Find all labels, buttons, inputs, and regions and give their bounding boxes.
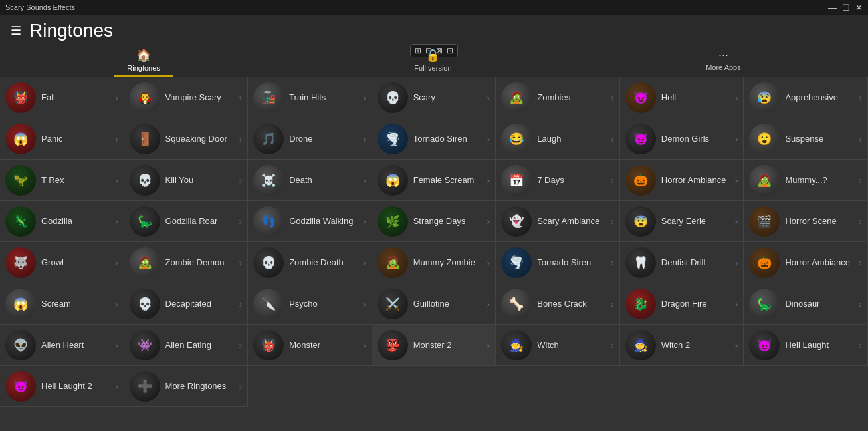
ringtone-label: Suspense [785,134,853,144]
list-item[interactable]: 💀Kill You› [124,160,249,201]
list-item[interactable]: 🧟Mummy...?› [744,160,868,201]
list-item[interactable]: 😱Female Scream› [372,160,496,201]
chevron-right-icon: › [735,216,738,227]
list-item[interactable]: 😱Panic› [0,118,124,160]
avatar: 🦖 [5,165,36,196]
avatar: 💀 [130,165,160,196]
avatar: 👹 [253,330,284,360]
list-item[interactable]: 🐺Growl› [0,242,124,283]
list-item[interactable]: 🎃Horror Ambiance› [744,242,868,283]
avatar: 😨 [625,206,656,237]
list-item[interactable]: 🚂Train Hits› [248,77,372,118]
list-item[interactable]: 👽Alien Heart› [0,325,124,366]
list-item[interactable]: 😈Hell› [620,77,744,118]
ringtone-label: Bones Crack [537,299,605,309]
chevron-right-icon: › [115,299,118,309]
ringtone-label: Horror Scene [785,216,853,227]
list-item[interactable]: 🎬Horror Scene› [744,201,868,242]
nav-more-apps[interactable]: ··· More Apps [693,45,754,77]
avatar: 🎃 [749,247,780,278]
chevron-right-icon: › [859,134,862,144]
list-item[interactable]: 💀Zombie Death› [248,242,372,283]
ringtone-label: Dragon Fire [661,299,730,309]
list-item[interactable]: 😰Apprehensive› [744,77,868,118]
nav-full-version[interactable]: 🔒 Full version [401,45,465,77]
chevron-right-icon: › [611,216,614,227]
ringtone-label: More Ringtones [165,381,234,392]
list-item[interactable]: 🐉Dragon Fire› [620,283,744,325]
list-item[interactable]: 🔪Psycho› [248,283,372,325]
ringtones-content: 👹Fall›🧛Vampire Scary›🚂Train Hits›💀Scary›… [0,77,868,431]
window-controls[interactable]: — ☐ ✕ [828,3,863,13]
list-item[interactable]: 👿Demon Girls› [620,118,744,160]
list-item[interactable]: 👺Monster 2› [372,325,496,366]
chevron-right-icon: › [115,257,118,268]
list-item[interactable]: 😨Scary Eerie› [620,201,744,242]
list-item[interactable]: 😮Suspense› [744,118,868,160]
chevron-right-icon: › [363,175,366,186]
list-item[interactable]: 🌿Strange Days› [372,201,496,242]
chevron-right-icon: › [363,299,366,309]
ringtone-label: Monster [289,340,358,351]
list-item[interactable]: ➕More Ringtones› [124,366,249,407]
minimize-button[interactable]: — [828,3,837,13]
list-item[interactable]: 🧟Zombies› [496,77,620,118]
ringtone-label: Hell Laught [785,340,853,351]
list-item[interactable]: 😈Hell Laught› [744,325,868,366]
list-item[interactable]: 👾Alien Eating› [124,325,249,366]
list-item[interactable]: 🌪️Tornado Siren› [372,118,496,160]
list-item[interactable]: 🧙Witch› [496,325,620,366]
list-item[interactable]: 👹Fall› [0,77,124,118]
nav-full-version-label: Full version [414,64,451,72]
list-item[interactable]: 🎃Horror Ambiance› [620,160,744,201]
list-item[interactable]: 🧟Mummy Zombie› [372,242,496,283]
avatar: 💀 [378,82,408,113]
nav-ringtones-label: Ringtones [127,64,160,72]
avatar: 📅 [501,165,532,196]
list-item[interactable]: 🦕Godzilla Roar› [124,201,249,242]
list-item[interactable]: 😂Laugh› [496,118,620,160]
ringtone-label: Kill You [165,175,234,186]
chevron-right-icon: › [611,92,614,103]
list-item[interactable]: 😱Scream› [0,283,124,325]
list-item[interactable]: 🦴Bones Crack› [496,283,620,325]
list-item[interactable]: 🎵Drone› [248,118,372,160]
chevron-right-icon: › [487,340,490,351]
maximize-button[interactable]: ☐ [842,3,850,13]
avatar: 😱 [5,289,36,319]
list-item[interactable]: 📅7 Days› [496,160,620,201]
ringtone-label: Guillotine [413,299,482,309]
list-item[interactable]: 🧟Zombie Demon› [124,242,249,283]
nav-ringtones[interactable]: 🏠 Ringtones [114,45,173,77]
list-item[interactable]: 🧙Witch 2› [620,325,744,366]
ringtone-label: Alien Heart [41,340,110,351]
chevron-right-icon: › [239,175,242,186]
hamburger-menu[interactable]: ☰ [11,23,21,38]
chevron-right-icon: › [115,216,118,227]
avatar: 🔪 [253,289,284,319]
list-item[interactable]: 🦷Dentist Drill› [620,242,744,283]
list-item[interactable]: 🦎Godzilla› [0,201,124,242]
list-item[interactable]: 💀Scary› [372,77,496,118]
avatar: 🧟 [130,247,160,278]
ringtone-label: Hell Laught 2 [41,381,110,392]
avatar: 👹 [5,82,36,113]
list-item[interactable]: ☠️Death› [248,160,372,201]
list-item[interactable]: 😈Hell Laught 2› [0,366,124,407]
list-item[interactable]: 🌪️Tornado Siren› [496,242,620,283]
list-item[interactable]: 👹Monster› [248,325,372,366]
list-item[interactable]: 💀Decapitated› [124,283,249,325]
list-item[interactable]: 🦖T Rex› [0,160,124,201]
list-item[interactable]: ⚔️Guillotine› [372,283,496,325]
ringtone-label: Horror Ambiance [785,257,853,268]
chevron-right-icon: › [115,381,118,392]
ringtone-label: Scary Eerie [661,216,730,227]
list-item[interactable]: 👻Scary Ambiance› [496,201,620,242]
close-button[interactable]: ✕ [855,3,863,13]
ringtone-label: Growl [41,257,110,268]
list-item[interactable]: 👣Godzilla Walking› [248,201,372,242]
list-item[interactable]: 🧛Vampire Scary› [124,77,249,118]
list-item[interactable]: 🚪Squeaking Door› [124,118,249,160]
list-item[interactable]: 🦕Dinosaur› [744,283,868,325]
ringtone-label: Fall [41,92,110,103]
